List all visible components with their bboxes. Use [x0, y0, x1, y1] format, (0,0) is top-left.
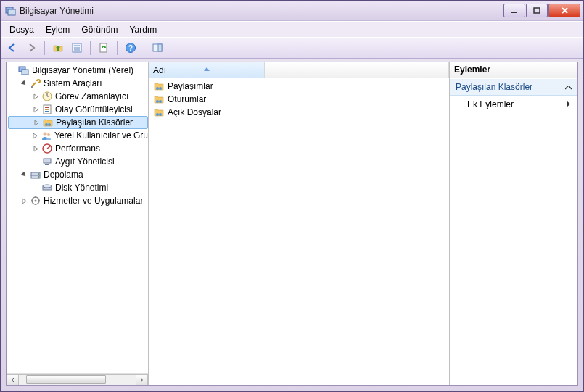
submenu-icon	[567, 99, 570, 109]
scroll-track[interactable]	[19, 374, 136, 385]
back-button[interactable]	[4, 39, 21, 57]
svg-text:?: ?	[128, 44, 133, 52]
svg-rect-3	[534, 8, 540, 13]
svg-point-42	[159, 87, 162, 90]
expand-icon[interactable]	[20, 196, 28, 205]
tree-shared-folders[interactable]: Paylaşılan Klasörler	[8, 116, 148, 129]
help-button[interactable]: ?	[122, 39, 139, 57]
collapse-icon[interactable]	[20, 170, 28, 179]
show-hide-actions-button[interactable]	[149, 39, 166, 57]
svg-rect-24	[45, 111, 49, 112]
column-label: Adı	[153, 65, 166, 75]
shared-folder-icon	[153, 80, 165, 92]
svg-point-38	[43, 185, 52, 188]
horizontal-scrollbar[interactable]	[7, 373, 148, 385]
svg-point-35	[38, 173, 39, 175]
tree-label: Sistem Araçları	[44, 78, 102, 88]
window-title: Bilgisayar Yönetimi	[20, 6, 503, 16]
expand-icon[interactable]	[32, 118, 41, 127]
content: Bilgisayar Yönetimi (Yerel) Sistem Araçl…	[6, 62, 578, 386]
svg-rect-17	[31, 86, 33, 88]
users-icon	[41, 130, 52, 141]
forward-button[interactable]	[22, 39, 40, 57]
expand-icon	[31, 157, 40, 166]
tree-label: Bilgisayar Yönetimi (Yerel)	[32, 65, 133, 75]
tree-label: Yerel Kullanıcılar ve Gru	[54, 130, 148, 141]
column-name[interactable]: Adı	[149, 62, 265, 78]
menubar: Dosya Eylem Görünüm Yardım	[1, 21, 583, 37]
shared-folder-icon	[42, 117, 54, 128]
svg-point-41	[156, 87, 159, 90]
tree-label: Performans	[55, 143, 100, 154]
tree-root[interactable]: Bilgisayar Yönetimi (Yerel)	[8, 64, 148, 77]
svg-rect-14	[158, 44, 162, 51]
svg-point-45	[156, 113, 159, 116]
menu-help[interactable]: Yardım	[123, 23, 163, 36]
list-item-shares[interactable]: Paylaşımlar	[152, 80, 446, 93]
properties-button[interactable]	[68, 39, 86, 57]
device-icon	[41, 156, 53, 167]
scroll-right-button[interactable]	[136, 374, 148, 385]
collapse-icon[interactable]	[20, 79, 28, 88]
actions-pane: Eylemler Paylaşılan Klasörler Ek Eylemle…	[450, 62, 577, 385]
list-pane: Adı Paylaşımlar Oturumlar Açık Dosyalar	[149, 62, 450, 385]
action-more[interactable]: Ek Eylemler	[450, 96, 577, 113]
services-icon	[30, 195, 41, 207]
app-icon	[5, 5, 17, 17]
list-body[interactable]: Paylaşımlar Oturumlar Açık Dosyalar	[149, 78, 449, 385]
svg-rect-23	[45, 109, 49, 110]
menu-action[interactable]: Eylem	[40, 23, 75, 36]
tree-event-viewer[interactable]: Olay Görüntüleyicisi	[8, 103, 148, 116]
menu-file[interactable]: Dosya	[4, 23, 40, 36]
shared-folder-icon	[153, 107, 165, 118]
svg-line-30	[47, 146, 50, 149]
tree-services-apps[interactable]: Hizmetler ve Uygulamalar	[8, 194, 148, 207]
tree-storage[interactable]: Depolama	[8, 168, 148, 181]
list-item-sessions[interactable]: Oturumlar	[152, 93, 446, 106]
refresh-button[interactable]	[95, 39, 112, 57]
scroll-left-button[interactable]	[7, 374, 19, 385]
window-controls	[503, 4, 580, 17]
tree-label: Hizmetler ve Uygulamalar	[44, 196, 143, 206]
tree-performance[interactable]: Performans	[8, 142, 148, 155]
svg-rect-31	[44, 159, 51, 163]
up-button[interactable]	[49, 39, 67, 57]
action-label: Ek Eylemler	[467, 99, 514, 109]
tree-local-users[interactable]: Yerel Kullanıcılar ve Gru	[8, 129, 148, 142]
list-header: Adı	[149, 62, 449, 78]
svg-point-25	[45, 123, 48, 126]
tree-disk-management[interactable]: Disk Yönetimi	[8, 181, 148, 194]
tree-label: Olay Görüntüleyicisi	[55, 104, 133, 114]
expand-icon	[31, 183, 40, 192]
list-item-label: Oturumlar	[168, 94, 206, 104]
maximize-button[interactable]	[526, 4, 548, 17]
svg-point-28	[47, 133, 50, 136]
tree-label: Görev Zamanlayıcı	[55, 91, 128, 101]
scroll-thumb[interactable]	[26, 375, 106, 384]
svg-rect-32	[45, 164, 49, 165]
expand-icon[interactable]	[31, 92, 40, 101]
tree-task-scheduler[interactable]: Görev Zamanlayıcı	[8, 90, 148, 103]
column-empty[interactable]	[265, 62, 449, 78]
tree-device-manager[interactable]: Aygıt Yöneticisi	[8, 155, 148, 168]
expand-icon[interactable]	[31, 131, 39, 140]
expand-icon[interactable]	[31, 144, 40, 153]
tree-system-tools[interactable]: Sistem Araçları	[8, 77, 148, 90]
clock-icon	[41, 91, 53, 102]
disk-icon	[41, 182, 53, 193]
list-item-open-files[interactable]: Açık Dosyalar	[152, 106, 446, 119]
tree-label: Depolama	[44, 170, 83, 180]
menu-view[interactable]: Görünüm	[75, 23, 123, 36]
collapse-icon	[565, 82, 572, 92]
list-item-label: Paylaşımlar	[168, 81, 213, 91]
close-button[interactable]	[548, 4, 580, 17]
sort-asc-icon	[204, 63, 210, 73]
minimize-button[interactable]	[503, 4, 525, 17]
tree[interactable]: Bilgisayar Yönetimi (Yerel) Sistem Araçl…	[7, 62, 148, 373]
toolbar-separator	[44, 41, 45, 55]
expand-icon[interactable]	[31, 105, 40, 114]
tools-icon	[30, 78, 41, 89]
computer-icon	[18, 64, 30, 76]
performance-icon	[41, 143, 53, 154]
actions-group-header[interactable]: Paylaşılan Klasörler	[450, 78, 577, 96]
